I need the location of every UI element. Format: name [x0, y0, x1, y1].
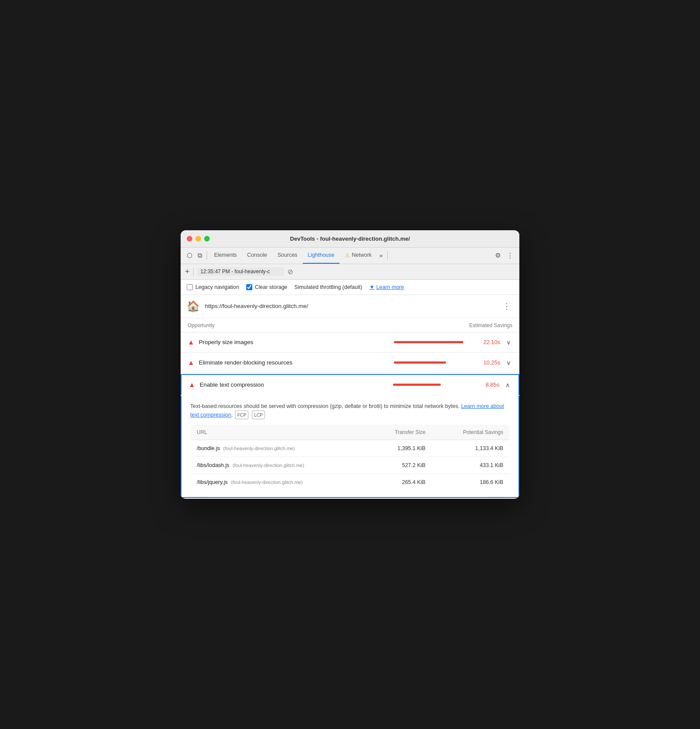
- options-bar: Legacy navigation Clear storage Simulate…: [181, 280, 519, 295]
- tab-sources[interactable]: Sources: [272, 247, 303, 264]
- fcp-badge: FCP: [235, 411, 248, 420]
- cursor-icon[interactable]: ⬡: [184, 250, 195, 261]
- row-url-lodash: /libs/lodash.js (foul-heavenly-direction…: [191, 457, 368, 474]
- tab-settings-group: ⚙ ⋮: [492, 250, 516, 261]
- tab-divider-2: [387, 251, 388, 260]
- window-title: DevTools - foul-heavenly-direction.glitc…: [290, 235, 410, 242]
- settings-icon[interactable]: ⚙: [492, 250, 503, 261]
- address-divider: [193, 268, 194, 275]
- throttle-label: Simulated throttling (default): [294, 284, 362, 290]
- clear-storage-checkbox[interactable]: [246, 284, 252, 290]
- legacy-nav-group[interactable]: Legacy navigation: [187, 284, 239, 290]
- audit-row-text-compression[interactable]: ▲ Enable text compression 8.85s ∧: [181, 374, 519, 395]
- network-warning-icon: ⚠: [345, 252, 350, 258]
- add-tab-button[interactable]: +: [185, 268, 190, 275]
- audit-title-render-blocking: Eliminate render-blocking resources: [199, 359, 390, 366]
- row-transfer-lodash: 527.2 KiB: [368, 457, 432, 474]
- more-tabs-button[interactable]: »: [377, 252, 386, 259]
- row-savings-bundle: 1,133.4 KiB: [432, 440, 510, 457]
- row-savings-lodash: 433.1 KiB: [432, 457, 510, 474]
- compression-table: URL Transfer Size Potential Savings /bun…: [190, 424, 510, 491]
- row-url-bundle: /bundle.js (foul-heavenly-direction.glit…: [191, 440, 368, 457]
- title-bar: DevTools - foul-heavenly-direction.glitc…: [181, 230, 519, 248]
- expand-render-blocking-button[interactable]: ∨: [505, 359, 512, 366]
- address-bar: + ⊘: [181, 264, 519, 280]
- savings-value-text-compression: 8.85s: [475, 381, 499, 388]
- clear-storage-group[interactable]: Clear storage: [246, 284, 287, 290]
- row-savings-jquery: 186.6 KiB: [432, 474, 510, 491]
- savings-bar-render-blocking: [394, 361, 472, 364]
- table-row: /libs/jquery.js (foul-heavenly-direction…: [191, 474, 510, 491]
- savings-value-render-blocking: 10.25s: [476, 359, 500, 366]
- description-text: Text-based resources should be served wi…: [190, 402, 510, 420]
- savings-bar-text-compression: [393, 384, 471, 386]
- tab-console[interactable]: Console: [242, 247, 272, 264]
- maximize-button[interactable]: [204, 236, 210, 242]
- col-transfer: Transfer Size: [368, 425, 432, 440]
- content-area: Opportunity Estimated Savings ▲ Properly…: [181, 318, 519, 498]
- lighthouse-icon: 🏠: [187, 300, 200, 312]
- learn-more-button[interactable]: ▼ Learn more: [369, 284, 404, 290]
- legacy-nav-label: Legacy navigation: [195, 284, 239, 290]
- row-url-jquery: /libs/jquery.js (foul-heavenly-direction…: [191, 474, 368, 491]
- url-row: 🏠 https://foul-heavenly-direction.glitch…: [181, 295, 519, 318]
- opportunity-header: Opportunity Estimated Savings: [181, 318, 519, 332]
- lcp-badge: LCP: [252, 411, 265, 420]
- legacy-nav-checkbox[interactable]: [187, 284, 193, 290]
- inspect-icon[interactable]: ⧉: [195, 250, 205, 261]
- warning-triangle-icon: ▲: [188, 338, 195, 346]
- traffic-lights: [187, 236, 210, 242]
- row-transfer-bundle: 1,395.1 KiB: [368, 440, 432, 457]
- red-bar-2: [394, 361, 446, 364]
- table-header-row: URL Transfer Size Potential Savings: [191, 425, 510, 440]
- collapse-text-compression-button[interactable]: ∧: [504, 381, 512, 388]
- tab-divider: [207, 251, 207, 260]
- row-transfer-jquery: 265.4 KiB: [368, 474, 432, 491]
- address-input[interactable]: [197, 267, 284, 276]
- red-bar-3: [393, 384, 441, 386]
- estimated-savings-label: Estimated Savings: [469, 322, 512, 328]
- text-compression-expanded: Text-based resources should be served wi…: [181, 396, 519, 498]
- opportunity-label: Opportunity: [188, 322, 215, 328]
- audit-title-text-compression: Enable text compression: [200, 381, 389, 388]
- expand-size-images-button[interactable]: ∨: [505, 339, 512, 346]
- clear-storage-label: Clear storage: [255, 284, 287, 290]
- red-bar: [394, 341, 463, 343]
- audit-row-render-blocking[interactable]: ▲ Eliminate render-blocking resources 10…: [181, 353, 519, 373]
- table-row: /libs/lodash.js (foul-heavenly-direction…: [191, 457, 510, 474]
- tab-elements[interactable]: Elements: [209, 247, 242, 264]
- warning-triangle-icon-3: ▲: [188, 381, 195, 389]
- tab-lighthouse[interactable]: Lighthouse: [303, 247, 340, 264]
- savings-bar-size-images: [394, 341, 472, 343]
- dropdown-icon: ▼: [369, 284, 374, 290]
- tab-network[interactable]: ⚠ Network: [340, 247, 377, 264]
- devtools-window: DevTools - foul-heavenly-direction.glitc…: [181, 230, 519, 499]
- audit-row-size-images[interactable]: ▲ Properly size images 22.10s ∨: [181, 332, 519, 353]
- minimize-button[interactable]: [195, 236, 201, 242]
- tabs-bar: ⬡ ⧉ Elements Console Sources Lighthouse …: [181, 248, 519, 264]
- table-row: /bundle.js (foul-heavenly-direction.glit…: [191, 440, 510, 457]
- savings-value-size-images: 22.10s: [476, 339, 500, 345]
- close-button[interactable]: [187, 236, 192, 242]
- col-savings: Potential Savings: [432, 425, 510, 440]
- more-options-icon[interactable]: ⋮: [504, 250, 516, 261]
- block-icon: ⊘: [287, 268, 293, 276]
- warning-triangle-icon-2: ▲: [188, 359, 195, 367]
- col-url: URL: [191, 425, 368, 440]
- url-menu-button[interactable]: ⋮: [500, 301, 513, 312]
- audit-title-size-images: Properly size images: [199, 339, 390, 345]
- audit-url: https://foul-heavenly-direction.glitch.m…: [205, 303, 495, 309]
